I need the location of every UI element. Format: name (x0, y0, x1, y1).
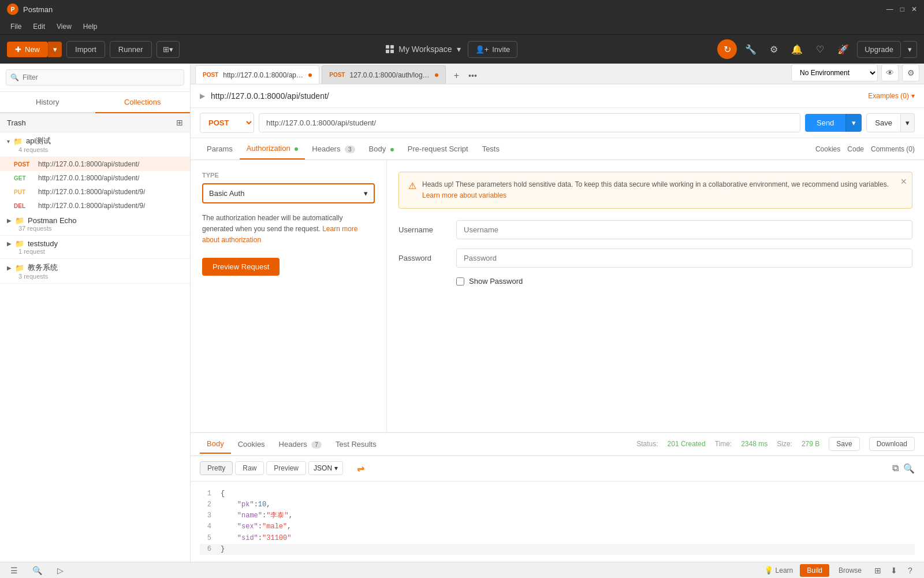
eye-icon-btn[interactable]: 👁 (881, 64, 899, 81)
comments-button[interactable]: Comments (0) (871, 145, 915, 153)
tab-authorization[interactable]: Authorization (240, 138, 305, 160)
new-tab-button[interactable]: + (448, 68, 464, 84)
upgrade-button[interactable]: Upgrade (857, 41, 901, 58)
tab-post-student[interactable]: POST http://127.0.0.1:8000/api/stude (195, 65, 319, 84)
collection-jiaomusystem[interactable]: ▶ 📁 教务系统 3 requests (0, 259, 190, 284)
workspace-button[interactable]: My Workspace ▾ (379, 41, 467, 58)
tab-pre-request-script[interactable]: Pre-request Script (401, 139, 475, 159)
code-button[interactable]: Code (847, 145, 864, 153)
runner-bottom-icon[interactable]: ⬇ (887, 564, 901, 577)
menu-file[interactable]: File (5, 18, 27, 34)
warning-close-button[interactable]: ✕ (900, 177, 907, 186)
method-select[interactable]: POST GET PUT DELETE (200, 113, 254, 133)
browse-tab[interactable]: Browse (832, 564, 869, 577)
show-password-checkbox[interactable] (456, 277, 464, 286)
format-select[interactable]: JSON ▾ (308, 461, 343, 475)
tab-tests[interactable]: Tests (475, 139, 506, 159)
request-item-get-student[interactable]: GET http://127.0.0.1:8000/api/student/ (0, 171, 190, 185)
help-icon[interactable]: ? (903, 564, 917, 577)
copy-icon-btn[interactable]: ⧉ (892, 463, 899, 474)
gear-icon-btn[interactable]: ⚙ (902, 64, 919, 81)
tab-params[interactable]: Params (200, 139, 240, 159)
view-preview-button[interactable]: Preview (266, 461, 306, 475)
chevron-down-icon: ▾ (911, 92, 915, 100)
rocket-icon-btn[interactable]: 🚀 (834, 40, 852, 58)
close-button[interactable]: ✕ (911, 5, 917, 13)
resp-tab-test-results[interactable]: Test Results (329, 435, 383, 453)
new-button[interactable]: ✚ New (7, 42, 48, 57)
tab-collections[interactable]: Collections (95, 92, 191, 113)
password-input[interactable] (456, 249, 912, 268)
sidebar-section-title: Trash (7, 118, 26, 127)
tab-history[interactable]: History (0, 92, 95, 112)
search-code-icon-btn[interactable]: 🔍 (903, 463, 915, 474)
view-pretty-button[interactable]: Pretty (200, 461, 233, 475)
response-download-button[interactable]: Download (869, 437, 915, 451)
examples-button[interactable]: Examples (0) ▾ (868, 92, 915, 100)
chevron-right-icon: ▶ (7, 217, 12, 224)
collection-postman-echo[interactable]: ▶ 📁 Postman Echo 37 requests (0, 213, 190, 236)
build-tab[interactable]: Build (800, 564, 829, 577)
body-dot (390, 148, 394, 151)
minimize-button[interactable]: — (886, 5, 893, 13)
capture-button[interactable]: ⊞▾ (157, 41, 180, 58)
wrench-icon-btn[interactable]: 🔧 (742, 40, 760, 58)
breadcrumb-url: http://127.0.0.1:8000/api/student/ (211, 91, 329, 101)
save-button[interactable]: Save (866, 113, 901, 132)
tab-body[interactable]: Body (362, 139, 401, 159)
auth-type-select[interactable]: Basic Auth ▾ (202, 183, 375, 203)
warning-learn-link[interactable]: Learn more about variables (422, 191, 506, 199)
menu-edit[interactable]: Edit (27, 18, 51, 34)
send-dropdown-button[interactable]: ▾ (845, 114, 862, 132)
request-item-del-student[interactable]: DEL http://127.0.0.1:8000/api/student/9/ (0, 199, 190, 213)
maximize-button[interactable]: □ (900, 5, 904, 13)
collection-api-test[interactable]: ▾ 📁 api测试 4 requests (0, 132, 190, 157)
heart-icon-btn[interactable]: ♡ (811, 40, 829, 58)
runner-button[interactable]: Runner (110, 41, 152, 58)
new-collection-icon[interactable]: ⊞ (176, 118, 183, 127)
menu-help[interactable]: Help (77, 18, 103, 34)
send-button[interactable]: Send (805, 114, 845, 132)
import-button[interactable]: Import (66, 41, 105, 58)
upgrade-dropdown[interactable]: ▾ (903, 41, 917, 58)
url-input[interactable] (259, 113, 800, 132)
more-tabs-button[interactable]: ••• (464, 68, 480, 84)
save-dropdown-button[interactable]: ▾ (901, 113, 915, 132)
menu-view[interactable]: View (51, 18, 77, 34)
tabs-bar: POST http://127.0.0.1:8000/api/stude POS… (191, 64, 924, 84)
learn-label[interactable]: Learn (776, 566, 793, 575)
console-icon[interactable]: ▷ (53, 564, 67, 577)
auth-right-panel: ⚠ Heads up! These parameters hold sensit… (387, 160, 924, 432)
response-area: Body Cookies Headers 7 Test Results Stat… (191, 432, 924, 562)
new-dropdown-button[interactable]: ▾ (48, 42, 62, 57)
settings-icon-btn[interactable]: ⚙ (765, 40, 783, 58)
bell-icon-btn[interactable]: 🔔 (788, 40, 806, 58)
cookies-button[interactable]: Cookies (815, 145, 840, 153)
folder-icon: 📁 (15, 216, 24, 225)
search-bottom-icon[interactable]: 🔍 (30, 564, 44, 577)
sidebar-toggle-icon[interactable]: ☰ (7, 564, 21, 577)
username-input[interactable] (456, 220, 912, 239)
code-line-6: 6 } (200, 544, 915, 555)
auth-left-panel: TYPE Basic Auth ▾ The authorization head… (191, 160, 387, 432)
environment-select[interactable]: No Environment (791, 64, 878, 81)
resp-tab-body[interactable]: Body (200, 435, 231, 454)
invite-button[interactable]: 👤+ Invite (468, 41, 518, 58)
wrap-button[interactable]: ⇌ (350, 461, 371, 476)
tab-headers[interactable]: Headers 3 (305, 139, 362, 159)
request-item-post-student[interactable]: POST http://127.0.0.1:8000/api/student/ (0, 157, 190, 171)
preview-request-button[interactable]: Preview Request (202, 258, 280, 276)
resp-tab-headers[interactable]: Headers 7 (272, 435, 329, 453)
auth-learn-link[interactable]: Learn more about authorization (202, 225, 358, 244)
resp-tab-cookies[interactable]: Cookies (231, 435, 272, 453)
sync-button[interactable]: ↻ (717, 39, 737, 59)
search-input[interactable] (6, 69, 184, 86)
response-save-button[interactable]: Save (829, 437, 859, 451)
method-badge-del: DEL (14, 203, 33, 209)
collection-count: 1 request (7, 248, 183, 255)
tab-post-auth[interactable]: POST 127.0.0.1:8000/auth/login/?nex (322, 65, 446, 84)
collection-teststudy[interactable]: ▶ 📁 teststudy 1 request (0, 236, 190, 259)
request-item-put-student[interactable]: PUT http://127.0.0.1:8000/api/student/9/ (0, 185, 190, 199)
layout-icon[interactable]: ⊞ (871, 564, 885, 577)
view-raw-button[interactable]: Raw (235, 461, 264, 475)
